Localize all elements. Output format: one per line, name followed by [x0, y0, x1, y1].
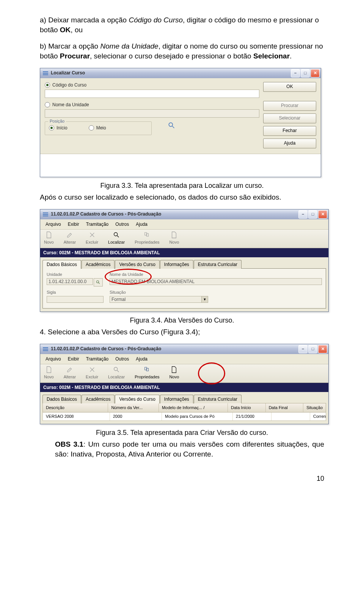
radio-dot-icon [49, 125, 54, 131]
toolbar-novo[interactable]: Novo [44, 231, 54, 245]
curso-label: Curso: 002M - MESTRADO EM BIOLOGIA AMBIE… [40, 248, 328, 257]
tab-estrutura[interactable]: Estrutura Curricular [194, 395, 242, 403]
th-situacao[interactable]: Situação [303, 403, 326, 412]
toolbar-label: Novo [44, 374, 54, 380]
menu-tramitacao[interactable]: Tramitação [83, 220, 112, 228]
menu-outros[interactable]: Outros [112, 220, 132, 228]
doc-icon [170, 231, 178, 238]
menu-arquivo[interactable]: Arquivo [42, 220, 64, 228]
toolbar-propriedades[interactable]: Propriedades [135, 366, 159, 380]
tab-dados-basicos[interactable]: Dados Básicos [42, 395, 81, 403]
fechar-button[interactable]: Fechar [263, 126, 316, 136]
ok-button[interactable]: OK [263, 82, 316, 92]
cell-descricao: VERSAO 2008 [43, 412, 110, 420]
th-numero-ver[interactable]: Número da Ver... [108, 403, 159, 412]
menu-ajuda[interactable]: Ajuda [133, 220, 151, 228]
toolbar: Novo Alterar Excluir Localizar Proprieda… [40, 364, 328, 383]
window-cadastro-1: 11.02.01.02.P Cadastro de Cursos - Pós-G… [40, 209, 329, 312]
magnify-icon[interactable] [168, 121, 175, 129]
radio-label: Nome da Unidade [52, 102, 89, 108]
menubar: Arquivo Exibir Tramitação Outros Ajuda [40, 219, 328, 230]
tab-versoes[interactable]: Versões do Curso [115, 260, 159, 269]
table-row[interactable]: VERSAO 2008 2000 Modelo para Cursos de P… [42, 412, 326, 421]
toolbar-label: Propriedades [135, 374, 159, 380]
tab-dados-basicos[interactable]: Dados Básicos [42, 260, 81, 269]
radio-label: Início [56, 125, 67, 131]
dropdown-icon[interactable]: ▼ [201, 296, 208, 302]
menu-tramitacao[interactable]: Tramitação [83, 355, 112, 363]
radio-inicio[interactable]: Início [49, 125, 67, 131]
text: . [290, 52, 292, 60]
minimize-button[interactable]: – [298, 345, 308, 353]
toolbar-novo[interactable]: Novo [44, 366, 54, 380]
svg-point-6 [97, 280, 99, 283]
figure-caption-3-5: Figura 3.5. Tela apresentada para Criar … [40, 428, 324, 437]
maximize-button[interactable]: □ [308, 210, 317, 219]
menu-ajuda[interactable]: Ajuda [133, 355, 151, 363]
tab-versoes[interactable]: Versões do Curso [115, 395, 159, 403]
toolbar-novo2[interactable]: Novo [169, 366, 179, 380]
toolbar-excluir[interactable]: Excluir [86, 366, 98, 380]
svg-point-2 [114, 232, 118, 236]
close-button[interactable]: ✕ [311, 69, 320, 77]
radio-codigo-curso[interactable]: Código do Curso [45, 82, 259, 88]
lookup-button[interactable] [94, 278, 103, 287]
radio-label: Código do Curso [52, 82, 86, 88]
toolbar-label: Novo [44, 239, 54, 245]
tabpanel-dados-basicos: Unidade Nome da Unidade Sigla [42, 268, 326, 309]
menu-arquivo[interactable]: Arquivo [42, 355, 64, 363]
menu-exibir[interactable]: Exibir [65, 355, 82, 363]
window-title: Localizar Curso [51, 70, 290, 76]
svg-line-1 [173, 126, 174, 128]
tab-academicos[interactable]: Acadêmicos [82, 395, 115, 403]
tab-estrutura[interactable]: Estrutura Curricular [194, 260, 242, 269]
toolbar-alterar[interactable]: Alterar [64, 231, 76, 245]
toolbar-alterar[interactable]: Alterar [64, 366, 76, 380]
toolbar-localizar[interactable]: Localizar [108, 231, 125, 245]
menu-exibir[interactable]: Exibir [65, 220, 82, 228]
text-codigo: Código do Curso [129, 16, 183, 24]
procurar-button[interactable]: Procurar [263, 101, 316, 111]
field-sigla [47, 296, 104, 303]
tabs: Dados Básicos Acadêmicos Versões do Curs… [40, 392, 328, 403]
obs-label: OBS 3.1 [55, 440, 83, 448]
tab-informacoes[interactable]: Informações [160, 260, 193, 269]
maximize-button[interactable]: □ [301, 69, 310, 77]
radio-meio[interactable]: Meio [89, 125, 106, 131]
minimize-button[interactable]: – [291, 69, 300, 77]
svg-line-9 [117, 370, 119, 372]
menu-outros[interactable]: Outros [112, 355, 132, 363]
th-descricao[interactable]: Descrição [43, 403, 108, 412]
titlebar: 11.02.01.02.P Cadastro de Cursos - Pós-G… [40, 344, 328, 354]
search-icon [113, 231, 120, 238]
th-data-inicio[interactable]: Data Início [228, 403, 266, 412]
toolbar-label: Excluir [86, 239, 98, 245]
text-selecionar: Selecionar [253, 52, 290, 60]
toolbar-excluir[interactable]: Excluir [86, 231, 98, 245]
titlebar: Localizar Curso – □ ✕ [40, 68, 321, 78]
table-header: Descrição Número da Ver... Modelo de Inf… [42, 403, 326, 412]
radio-nome-unidade[interactable]: Nome da Unidade [45, 102, 259, 108]
toolbar-novo2[interactable]: Novo [169, 231, 179, 245]
tab-academicos[interactable]: Acadêmicos [82, 260, 115, 269]
th-data-final[interactable]: Data Final [266, 403, 304, 412]
curso-label: Curso: 002M - MESTRADO EM BIOLOGIA AMBIE… [40, 383, 328, 392]
text-procurar: Procurar [60, 52, 90, 60]
toolbar-propriedades[interactable]: Propriedades [135, 231, 159, 245]
field-nome-unidade [110, 278, 322, 285]
input-codigo-curso[interactable] [45, 90, 259, 98]
toolbar-label: Alterar [64, 374, 76, 380]
menubar: Arquivo Exibir Tramitação Outros Ajuda [40, 354, 328, 364]
selecionar-button[interactable]: Selecionar [263, 113, 316, 123]
close-button[interactable]: ✕ [318, 210, 327, 219]
svg-line-3 [117, 235, 119, 237]
minimize-button[interactable]: – [298, 210, 308, 219]
close-button[interactable]: ✕ [318, 345, 327, 353]
tab-informacoes[interactable]: Informações [160, 395, 193, 403]
ajuda-button[interactable]: Ajuda [263, 139, 316, 148]
doc-icon [170, 366, 178, 373]
toolbar-localizar[interactable]: Localizar [108, 366, 125, 380]
props-icon [143, 231, 151, 238]
th-modelo[interactable]: Modelo de Informaç... / [159, 403, 228, 412]
maximize-button[interactable]: □ [308, 345, 317, 353]
